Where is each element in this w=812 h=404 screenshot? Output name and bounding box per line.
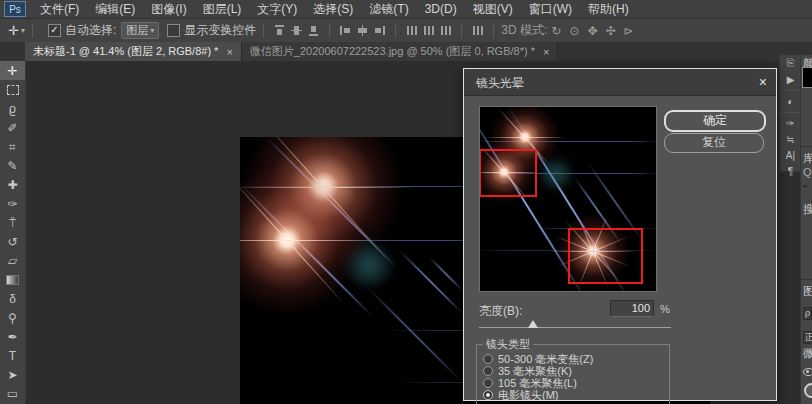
tool-move[interactable]: ✛ [0, 61, 25, 80]
lens-option-label: 电影镜头(M) [498, 388, 559, 403]
layer-visibility-eye-icon[interactable] [803, 368, 812, 376]
radio-icon[interactable] [483, 354, 493, 364]
3d-roll-icon[interactable]: ⊙ [569, 24, 579, 38]
3d-rotate-icon[interactable]: ↻ [551, 24, 561, 38]
tab-wechat-image[interactable]: 微信图片_20200607222523.jpg @ 50% (图层 0, RGB… [242, 42, 559, 61]
tool-dodge[interactable]: ⚲ [0, 308, 25, 327]
tool-eyedropper[interactable]: ✎ [0, 156, 25, 175]
auto-select-dropdown[interactable]: 图层 ▾ [121, 22, 159, 39]
tool-history-brush[interactable]: ↺ [0, 232, 25, 251]
dock-separator [780, 109, 801, 113]
3d-pan-icon[interactable]: ✥ [587, 24, 597, 38]
tool-rectangle-shape[interactable]: ▭ [0, 384, 25, 403]
chevron-down-icon[interactable]: ▾ [21, 26, 25, 35]
tool-clone-stamp[interactable]: ⍑ [0, 213, 25, 232]
layer-thumbnail[interactable] [804, 383, 812, 398]
tool-pen[interactable]: ✒ [0, 327, 25, 346]
panel-dock-strip: ⎘ ▶ ◐ ✑ ≒ A| ¶ [779, 55, 802, 172]
character-panel-icon[interactable]: A| [780, 147, 801, 163]
distribute-left-icon[interactable] [406, 25, 417, 36]
tool-path-selection[interactable]: ➤ [0, 365, 25, 384]
libraries-panel-title: 库 [803, 151, 812, 166]
adjustments-icon[interactable]: ◐ [780, 93, 801, 109]
radio-icon[interactable] [483, 366, 493, 376]
menu-image[interactable]: 图像(I) [143, 0, 194, 18]
menu-window[interactable]: 窗口(W) [521, 0, 580, 18]
tool-spot-healing[interactable]: ✚ [0, 175, 25, 194]
auto-select-checkbox[interactable]: ✓ [48, 24, 61, 37]
tool-blur[interactable]: δ [0, 289, 25, 308]
ok-button[interactable]: 确定 [664, 110, 766, 132]
menu-help[interactable]: 帮助(H) [580, 0, 637, 18]
menu-3d[interactable]: 3D(D) [417, 0, 465, 18]
libraries-text: 搜 [803, 202, 812, 217]
radio-icon[interactable] [483, 378, 493, 388]
panel-divider [801, 279, 812, 280]
align-bottom-icon[interactable] [308, 25, 319, 36]
align-top-icon[interactable] [274, 25, 285, 36]
foreground-color-swatch[interactable] [802, 67, 812, 88]
dialog-title-bar[interactable]: 镜头光晕 × [464, 69, 776, 96]
tool-quick-selection[interactable]: ✐ [0, 118, 25, 137]
libraries-search-field[interactable] [803, 185, 807, 187]
tool-rectangular-marquee[interactable] [0, 80, 25, 99]
tool-gradient[interactable] [0, 270, 25, 289]
actions-icon[interactable]: ▶ [780, 71, 801, 87]
menu-filter[interactable]: 滤镜(T) [361, 0, 416, 18]
align-right-icon[interactable] [374, 25, 385, 36]
search-icon[interactable]: Q [803, 166, 812, 178]
flare-center-crosshair[interactable] [589, 247, 598, 256]
paragraph-panel-icon[interactable]: ¶ [780, 163, 801, 179]
menu-file[interactable]: 文件(F) [32, 0, 87, 18]
3d-camera-icon[interactable]: ⊳ [624, 24, 634, 38]
menu-edit[interactable]: 编辑(E) [87, 0, 143, 18]
close-icon[interactable]: × [759, 74, 767, 90]
clone-source-icon[interactable]: ⎘ [780, 55, 801, 71]
distribute-right-icon[interactable] [440, 25, 451, 36]
close-icon[interactable]: × [543, 46, 549, 58]
close-icon[interactable]: × [226, 46, 232, 58]
distribute-center-icon[interactable] [423, 25, 434, 36]
3d-slide-icon[interactable]: ✣ [605, 24, 615, 38]
tool-presets-icon[interactable]: ≒ [780, 131, 801, 147]
brush-settings-icon[interactable]: ✑ [780, 115, 801, 131]
brightness-slider-thumb[interactable] [528, 320, 538, 328]
auto-select-value: 图层 [126, 23, 148, 38]
photoshop-logo: Ps [4, 1, 26, 17]
menu-view[interactable]: 视图(V) [465, 0, 521, 18]
tool-eraser[interactable]: ▱ [0, 251, 25, 270]
move-tool-icon[interactable]: ✛ [8, 23, 19, 38]
lens-option-movie-prime[interactable]: 电影镜头(M) [483, 389, 663, 401]
marquee-icon [7, 85, 19, 95]
separator [32, 23, 33, 38]
distribute-spacing-icon[interactable] [472, 25, 483, 36]
layers-filter-field[interactable]: ρ [803, 307, 812, 320]
flare-marker-rect [479, 149, 537, 197]
tool-lasso[interactable]: ϱ [0, 99, 25, 118]
radio-selected-icon[interactable] [483, 390, 493, 400]
tab-title: 微信图片_20200607222523.jpg @ 50% (图层 0, RGB… [250, 44, 535, 59]
reset-button[interactable]: 复位 [664, 133, 764, 153]
brightness-slider-track[interactable] [479, 327, 671, 328]
brightness-input[interactable]: 100 [610, 300, 654, 317]
separator [461, 23, 462, 38]
tab-bar-spacer [0, 42, 25, 61]
show-transform-checkbox[interactable] [167, 24, 180, 37]
menu-select[interactable]: 选择(S) [305, 0, 361, 18]
flare-preview[interactable] [479, 106, 657, 292]
layers-panel-title: 图 [803, 284, 812, 299]
menu-layer[interactable]: 图层(L) [195, 0, 250, 18]
align-horizontal-center-icon[interactable] [357, 25, 368, 36]
tool-crop[interactable]: ⌗ [0, 137, 25, 156]
tool-brush[interactable]: ✑ [0, 194, 25, 213]
align-vertical-center-icon[interactable] [291, 25, 302, 36]
blend-mode-select[interactable]: 正 [803, 331, 812, 344]
tool-type[interactable]: T [0, 346, 25, 365]
menu-type[interactable]: 文字(Y) [249, 0, 305, 18]
tab-title: 未标题-1 @ 41.4% (图层 2, RGB/8#) * [33, 44, 218, 59]
align-left-icon[interactable] [340, 25, 351, 36]
brightness-label: 亮度(B): [479, 303, 522, 320]
lens-type-group: 镜头类型 50-300 毫米变焦(Z) 35 毫米聚焦(K) 105 毫米聚焦(… [476, 337, 670, 404]
tab-untitled-1[interactable]: 未标题-1 @ 41.4% (图层 2, RGB/8#) * × [25, 42, 242, 61]
dialog-title: 镜头光晕 [476, 75, 524, 92]
